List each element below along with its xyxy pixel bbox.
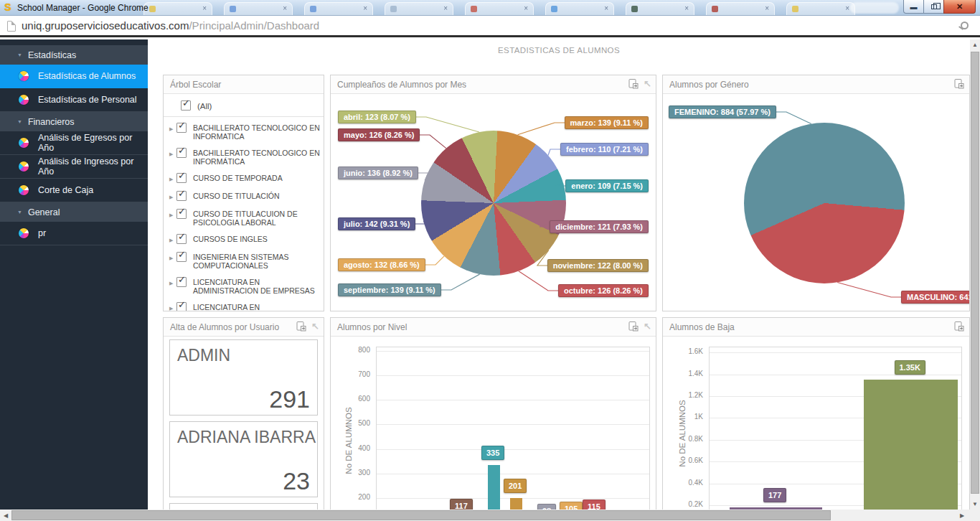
- tree-item-bachillerato-tecnologico-en-informatica[interactable]: ▶✓BACHILLERATO TECNOLOGICO EN INFORMATIC…: [164, 118, 324, 144]
- bar-value-label: 98: [537, 504, 556, 510]
- sidebar-group-label: Estadísticas: [28, 50, 76, 60]
- bar-baja-1[interactable]: [864, 380, 958, 510]
- expand-caret-icon[interactable]: ▶: [169, 211, 176, 220]
- background-tab[interactable]: ×: [626, 2, 694, 16]
- tree-checkbox[interactable]: ✓: [176, 234, 187, 244]
- window-titlebar[interactable]: ××××××××× S School Manager - Google Chro…: [0, 0, 980, 16]
- tree-item-curso-de-titulacion[interactable]: ▶✓CURSO DE TITULACIÓN: [164, 187, 324, 205]
- scroll-left-arrow-icon[interactable]: ◀: [1, 512, 11, 519]
- tree-checkbox[interactable]: ✓: [176, 173, 187, 183]
- expand-caret-icon[interactable]: ▶: [169, 125, 176, 133]
- export-icon[interactable]: [628, 78, 639, 90]
- tab-close-icon: ×: [684, 4, 689, 12]
- sidebar-group-general[interactable]: ▼General: [0, 202, 148, 222]
- user-card-admin[interactable]: ADMIN291: [169, 339, 318, 416]
- bar-nivel-1[interactable]: [488, 465, 500, 510]
- export-icon[interactable]: [296, 321, 307, 332]
- horizontal-scrollbar[interactable]: ◀ ▶: [0, 510, 980, 521]
- user-card-alberto-zarag[interactable]: ALBERTO ZARAG: [169, 503, 318, 510]
- expand-caret-icon[interactable]: ▶: [169, 193, 176, 202]
- horizontal-scrollbar-thumb[interactable]: [11, 510, 831, 520]
- tree-checkbox[interactable]: ✓: [176, 148, 187, 158]
- chrome-app-window: ××××××××× S School Manager - Google Chro…: [0, 0, 980, 521]
- background-tab[interactable]: ×: [304, 2, 373, 16]
- tree-item-curso-de-temporada[interactable]: ▶✓CURSO DE TEMPORADA: [164, 169, 324, 187]
- pie-label-noviembre: noviembre: 122 (8.00 %): [547, 259, 649, 272]
- sidebar-group-financieros[interactable]: ▼Financieros: [0, 112, 148, 131]
- export-icon[interactable]: [628, 321, 639, 332]
- tree-checkbox[interactable]: ✓: [176, 277, 187, 287]
- search-magnifier-icon[interactable]: [961, 22, 969, 29]
- tab-favicon-icon: [792, 6, 798, 12]
- y-tick-label: 200: [341, 493, 370, 501]
- sidebar-group-estadisticas[interactable]: ▼Estadísticas: [0, 45, 148, 65]
- sidebar-item-analisis-de-egresos-por-ano[interactable]: Análisis de Egresos por Año: [0, 131, 148, 155]
- sidebar-item-corte-de-caja[interactable]: Corte de Caja: [0, 179, 148, 202]
- panel-cumpleanos-por-mes: Cumpleaños de Alumnos por Mes ↖ abril: 1…: [330, 75, 656, 311]
- card-user-name: ALBERTO ZARAG: [170, 504, 317, 510]
- sidebar-item-estadisticas-de-personal[interactable]: Estadísticas de Personal: [0, 88, 148, 112]
- drill-up-arrow-icon[interactable]: ↖: [311, 321, 319, 332]
- tree-checkbox[interactable]: ✓: [176, 302, 187, 311]
- background-tab[interactable]: ×: [786, 2, 855, 16]
- check-icon: ✓: [178, 276, 186, 284]
- tree-item-bachillerato-tecnologico-en-informatica[interactable]: ▶✓BACHILLERATO TECNOLOGICO EN INFORMÁTIC…: [164, 144, 324, 169]
- tree-item-label: INGENIERIA EN SISTEMAS COMPUTACIONALES: [193, 252, 321, 270]
- tree-checkbox[interactable]: ✓: [181, 100, 191, 111]
- scroll-up-arrow-icon[interactable]: ▲: [970, 42, 980, 48]
- sidebar-group-label: Financieros: [28, 117, 75, 127]
- expand-caret-icon[interactable]: ▶: [169, 236, 176, 245]
- vertical-scrollbar-thumb[interactable]: [971, 52, 979, 494]
- expand-caret-icon[interactable]: ▶: [169, 279, 176, 288]
- export-icon[interactable]: [953, 78, 965, 90]
- export-icon[interactable]: [953, 321, 965, 332]
- expand-caret-icon[interactable]: ▶: [169, 304, 176, 311]
- pie-genero[interactable]: [744, 123, 905, 283]
- background-tab[interactable]: ×: [465, 2, 534, 16]
- drill-up-arrow-icon[interactable]: ↖: [644, 321, 651, 332]
- restore-button[interactable]: [924, 0, 943, 14]
- sidebar-item-analisis-de-ingresos-por-ano[interactable]: Análisis de Ingresos por Año: [0, 155, 148, 179]
- tree-checkbox[interactable]: ✓: [176, 123, 187, 133]
- tree-item-label: CURSO DE TITULACIÓN: [193, 191, 280, 200]
- sidebar-item-label: Análisis de Egresos por Año: [38, 133, 148, 153]
- sidebar-item-estadisticas-de-alumnos[interactable]: Estadísticas de Alumnos: [0, 65, 148, 88]
- sidebar-item-pr[interactable]: pr: [0, 222, 148, 245]
- background-tab[interactable]: ×: [706, 2, 775, 16]
- tree-checkbox[interactable]: ✓: [176, 209, 187, 219]
- background-tab[interactable]: ×: [545, 2, 614, 16]
- expand-caret-icon[interactable]: ▶: [169, 175, 176, 184]
- tree-item-ingenieria-en-sistemas-computacionales[interactable]: ▶✓INGENIERIA EN SISTEMAS COMPUTACIONALES: [164, 248, 324, 273]
- scroll-down-arrow-icon[interactable]: ▼: [970, 501, 980, 507]
- close-button[interactable]: ✕: [943, 0, 976, 14]
- tree-item-label: CURSO DE TEMPORADA: [193, 173, 283, 182]
- vertical-scrollbar[interactable]: ▲ ▼: [970, 39, 980, 510]
- expand-caret-icon[interactable]: ▶: [169, 150, 176, 159]
- background-tab[interactable]: ×: [224, 2, 293, 16]
- address-bar[interactable]: uniq.gruposervicioseducativos.com/Princi…: [0, 16, 980, 37]
- tree-checkbox[interactable]: ✓: [176, 252, 187, 262]
- panel-header: Árbol Escolar: [164, 75, 324, 94]
- background-tab[interactable]: ×: [385, 2, 453, 16]
- expand-caret-icon[interactable]: ▶: [169, 254, 176, 263]
- bar-value-label: 177: [763, 488, 786, 502]
- sidebar-group-label: General: [28, 207, 60, 217]
- user-card-adriana-ibarra[interactable]: ADRIANA IBARRA23: [169, 421, 318, 497]
- minimize-button[interactable]: ▬: [903, 0, 924, 14]
- drill-up-arrow-icon[interactable]: ↖: [644, 78, 651, 90]
- tree-item-curso-de-titulacuion-de-psicologia-laboral[interactable]: ▶✓CURSO DE TITULACUION DE PSICOLOGIA LAB…: [164, 205, 324, 230]
- pie-label-junio: junio: 136 (8.92 %): [338, 166, 418, 179]
- bar-value-label: 115: [583, 499, 606, 510]
- tree-item-licenciatura-en[interactable]: ▶✓LICENCIATURA EN: [164, 298, 324, 311]
- url-text[interactable]: uniq.gruposervicioseducativos.com/Princi…: [22, 19, 319, 32]
- tree-item-cursos-de-ingles[interactable]: ▶✓CURSOS DE INGLES: [164, 230, 324, 248]
- tree-checkbox[interactable]: ✓: [176, 191, 187, 201]
- pie-chart-icon: [19, 228, 29, 238]
- background-tab[interactable]: ×: [143, 2, 212, 16]
- scroll-right-arrow-icon[interactable]: ▶: [957, 512, 967, 519]
- bar-nivel-2[interactable]: [510, 498, 522, 510]
- pie-cumpleanos[interactable]: [421, 131, 566, 276]
- dashboard-main: ESTADISTICAS DE ALUMNOS Árbol Escolar ✓(…: [148, 39, 970, 510]
- tree-item-all[interactable]: ✓(All): [164, 94, 324, 117]
- tree-item-licenciatura-en-administracion-de-empresas[interactable]: ▶✓LICENCIATURA EN ADMINISTRACION DE EMPR…: [164, 273, 324, 298]
